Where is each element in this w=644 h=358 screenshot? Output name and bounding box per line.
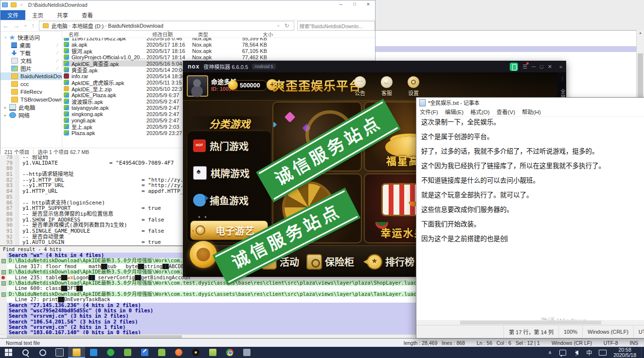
- doc-type-label: Normal text file: [0, 340, 398, 346]
- menu-item-热门游戏[interactable]: 热门游戏: [187, 135, 271, 156]
- taskbar-android-icon[interactable]: [153, 347, 170, 358]
- tree-arrow-icon[interactable]: ▸: [4, 113, 9, 118]
- star-icon: [9, 35, 15, 40]
- menu-文件(F)[interactable]: 文件(F): [416, 108, 442, 116]
- pin-icon: ∕: [57, 43, 58, 48]
- sidebar-item-此电脑[interactable]: ▸此电脑: [0, 103, 62, 111]
- ribbon-tabs: 文件主页共享查看: [0, 9, 375, 20]
- scroll-up-icon[interactable]: ▲: [637, 30, 644, 36]
- taskbar-app-grey-icon[interactable]: [238, 347, 255, 358]
- phone-mode-icon[interactable]: [510, 63, 518, 71]
- column-date[interactable]: 修改日期: [152, 31, 198, 37]
- column-size[interactable]: 大小: [239, 31, 273, 37]
- tree-arrow-icon[interactable]: ˅: [4, 35, 9, 40]
- volume-icon[interactable]: [575, 350, 578, 355]
- quick-access-dropdown-icon[interactable]: ˅: [18, 3, 25, 7]
- notifications-icon[interactable]: [559, 350, 566, 356]
- sidebar-item-下载[interactable]: 下载∕: [0, 49, 62, 57]
- file-row[interactable]: 银河.apk2020/5/17 18:16Nox.apk67,105 KB: [63, 48, 375, 54]
- minimize-icon[interactable]: ─: [532, 63, 536, 70]
- breadcrumb-segment[interactable]: 此电脑: [50, 22, 69, 30]
- bottom-item-保险柜[interactable]: 保险柜: [306, 246, 354, 277]
- ribbon-tab-文件[interactable]: 文件: [0, 10, 25, 20]
- menu-帮助(H)[interactable]: 帮助(H): [519, 108, 544, 116]
- ribbon-tab-主页[interactable]: 主页: [25, 10, 50, 20]
- collapse-sidebar-icon[interactable]: «: [559, 63, 562, 70]
- taskbar-cortana-icon[interactable]: [34, 347, 51, 358]
- menu-编辑(E)[interactable]: 编辑(E): [442, 108, 467, 116]
- column-type[interactable]: 类型: [198, 31, 239, 37]
- file-icon-zip: [64, 86, 69, 91]
- taskbar-search-icon[interactable]: [17, 347, 34, 358]
- taskbar-pen-blue-icon[interactable]: [136, 347, 153, 358]
- minimize-button[interactable]: ─: [334, 0, 348, 9]
- scrollbar-thumb[interactable]: [460, 321, 601, 324]
- find-result-gutter: [0, 303, 7, 308]
- taskbar-explorer-icon[interactable]: [68, 347, 85, 358]
- 公告-button[interactable]: 公告: [348, 76, 372, 97]
- maximize-button[interactable]: □: [348, 0, 361, 9]
- taskbar-taskview-icon[interactable]: [51, 347, 68, 358]
- bottom-item-排行榜[interactable]: 排行榜: [367, 246, 414, 277]
- taskbar-mail-icon[interactable]: [85, 347, 102, 358]
- taskbar-browser-orange-icon[interactable]: [170, 347, 187, 358]
- sidebar-item-文档[interactable]: 文档∕: [0, 57, 62, 65]
- explorer-title-bar[interactable]: ˅ D:\BaiduNetdiskDownload ─ □ ✕: [0, 0, 375, 9]
- sidebar-item-快速访问[interactable]: ˅快速访问: [0, 34, 62, 41]
- close-icon[interactable]: ✕: [548, 63, 552, 70]
- taskbar-circle-green-icon[interactable]: [102, 347, 119, 358]
- sidebar-item-桌面[interactable]: 桌面∕: [0, 41, 62, 49]
- back-icon[interactable]: ←: [0, 22, 11, 29]
- recharge-hamster-icon[interactable]: [190, 241, 217, 268]
- emulator-title-bar[interactable]: nox 夜神模拟器 6.6.0.5 Android 5 ☰ ─ □ ✕ «: [183, 61, 566, 72]
- address-dropdown-icon[interactable]: ˅: [275, 24, 282, 28]
- menu-item-捕鱼游戏[interactable]: 捕鱼游戏: [187, 189, 271, 211]
- taskbar-start-icon[interactable]: [0, 347, 17, 358]
- touch-keyboard-icon[interactable]: [599, 350, 607, 356]
- breadcrumb[interactable]: 此电脑›本地磁盘 (D:)›BaiduNetdiskDownload ˅ ↻: [39, 21, 294, 31]
- 客服-button[interactable]: 客服: [375, 76, 398, 97]
- ribbon-tab-查看[interactable]: 查看: [75, 10, 100, 20]
- sidebar-item-TSBrowserDownlo[interactable]: TSBrowserDownlo: [0, 96, 62, 103]
- sidebar-item-ccc[interactable]: ccc: [0, 80, 62, 88]
- menu-查看(V)[interactable]: 查看(V): [493, 108, 519, 116]
- breadcrumb-segment[interactable]: 本地磁盘 (D:): [71, 22, 105, 30]
- maximize-icon[interactable]: □: [540, 63, 543, 70]
- ribbon-tab-共享[interactable]: 共享: [50, 10, 75, 20]
- search-input[interactable]: 搜索"BaiduNetdiskDownlo...: [297, 21, 375, 31]
- sidebar-item-BaiduNetdiskDow[interactable]: BaiduNetdiskDow: [0, 72, 62, 80]
- ime-indicator[interactable]: 中: [586, 348, 592, 357]
- close-button[interactable]: ✕: [361, 0, 375, 9]
- sidebar-item-网络[interactable]: ▸网络: [0, 111, 62, 119]
- menu-icon[interactable]: ☰: [522, 63, 527, 70]
- taskbar-browser-colorful-icon[interactable]: [221, 347, 238, 358]
- breadcrumb-segment[interactable]: BaiduNetdiskDownload: [107, 23, 165, 29]
- sidebar-item-图片[interactable]: 图片∕: [0, 65, 62, 72]
- 设置-button[interactable]: 设置: [402, 76, 425, 97]
- menu-格式(O)[interactable]: 格式(O): [467, 108, 493, 116]
- fold-margin: [15, 177, 19, 183]
- recent-locations-icon[interactable]: ˅: [22, 24, 29, 28]
- address-bar: ← → ˅ ↑ 此电脑›本地磁盘 (D:)›BaiduNetdiskDownlo…: [0, 20, 375, 32]
- taskbar-folder-green-icon[interactable]: [204, 347, 221, 358]
- tree-arrow-icon[interactable]: ▸: [4, 105, 9, 110]
- forward-icon[interactable]: →: [11, 22, 22, 29]
- taskbar-notepadpp-icon[interactable]: [119, 347, 136, 358]
- tray-expand-icon[interactable]: ∧: [548, 350, 552, 355]
- clock[interactable]: 20:58 2020/5/18: [613, 347, 636, 358]
- avatar[interactable]: [187, 75, 208, 97]
- up-icon[interactable]: ↑: [29, 22, 37, 29]
- column-name[interactable]: 名称: [63, 31, 152, 37]
- sidebar-item-FileRecv[interactable]: FileRecv: [0, 88, 62, 96]
- taskbar-magnifier-black-icon[interactable]: [187, 347, 204, 358]
- notepad-title-bar[interactable]: *全民娱乐.txt - 记事本: [416, 98, 644, 107]
- scrollbar-thumb[interactable]: [638, 53, 643, 97]
- notepad-text-area[interactable]: 这次录制一下，全民娱乐。这个是属于创游的平台。好了，过多的话，我就不多介绍了，不…: [416, 116, 644, 320]
- file-list-header[interactable]: 名称 修改日期 类型 大小 ˄: [63, 31, 375, 38]
- refresh-icon[interactable]: ↻: [282, 22, 291, 29]
- folder-icon: [11, 97, 18, 102]
- quick-access-toolbar-icon[interactable]: [11, 2, 17, 7]
- show-desktop-button[interactable]: [641, 347, 644, 358]
- explorer-sidebar[interactable]: ˅快速访问桌面∕下载∕文档∕图片∕BaiduNetdiskDowcccFileR…: [0, 31, 62, 148]
- notepad-horizontal-scrollbar[interactable]: [416, 320, 644, 325]
